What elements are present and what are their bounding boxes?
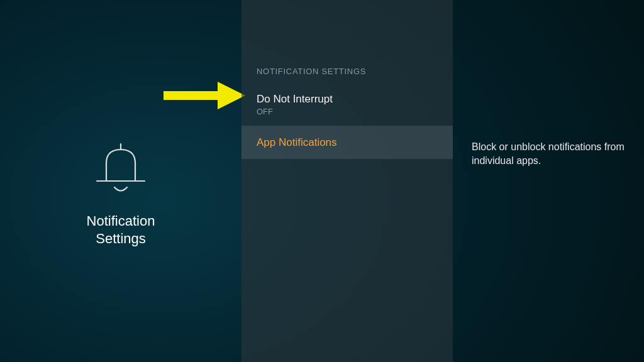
item-sublabel: OFF <box>257 107 438 116</box>
item-app-notifications[interactable]: App Notifications <box>242 126 453 159</box>
detail-pane: Block or unblock notifications from indi… <box>453 0 644 362</box>
item-do-not-interrupt[interactable]: Do Not Interrupt OFF <box>242 85 453 124</box>
list-header: NOTIFICATION SETTINGS <box>257 67 366 76</box>
svg-rect-2 <box>164 91 221 100</box>
item-description: Block or unblock notifications from indi… <box>472 140 634 167</box>
settings-list: NOTIFICATION SETTINGS Do Not Interrupt O… <box>242 0 453 362</box>
section-title-line1: Notification <box>87 213 155 229</box>
left-pane: Notification Settings <box>0 0 242 362</box>
section-title-line2: Settings <box>96 231 146 246</box>
annotation-arrow-icon <box>164 82 245 109</box>
item-label: Do Not Interrupt <box>257 92 438 106</box>
bell-icon <box>0 136 242 201</box>
item-label: App Notifications <box>257 136 438 149</box>
section-title: Notification Settings <box>0 212 242 247</box>
